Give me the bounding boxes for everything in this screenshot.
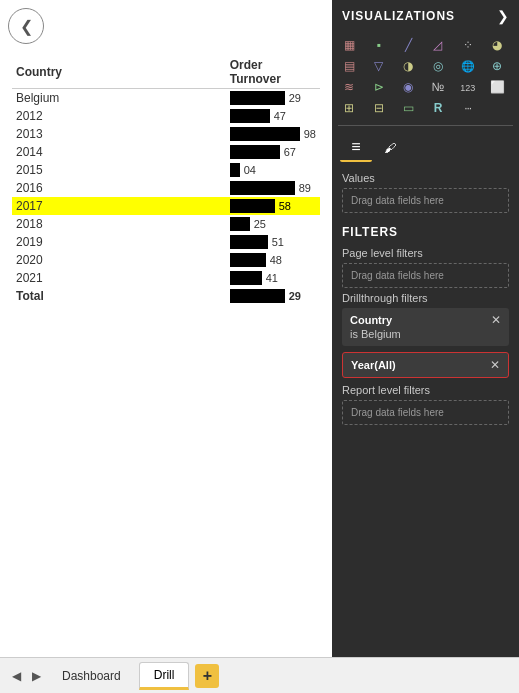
year-filter-card: Year(All) ✕	[342, 352, 509, 378]
123-icon[interactable]	[457, 78, 479, 96]
year-filter-header: Year(All) ✕	[351, 359, 500, 371]
line-chart-icon[interactable]	[397, 36, 419, 54]
cell-country: Total	[12, 287, 226, 305]
cell-country: 2016	[12, 179, 226, 197]
drag-page-area[interactable]: Drag data fields here	[342, 263, 509, 288]
scatter-icon[interactable]	[457, 36, 479, 54]
cell-value: 47	[226, 107, 320, 125]
viz-icon-grid	[332, 32, 519, 121]
card-icon[interactable]	[397, 99, 419, 117]
values-section: Values Drag data fields here	[332, 166, 519, 219]
cell-value: 29	[226, 287, 320, 305]
drag-report-area[interactable]: Drag data fields here	[342, 400, 509, 425]
cell-value: 25	[226, 215, 320, 233]
cell-value: 29	[226, 89, 320, 108]
report-level-label: Report level filters	[342, 384, 509, 396]
fields-tab-icon[interactable]	[340, 134, 372, 162]
country-filter-value: is Belgium	[350, 328, 501, 340]
filter2-icon[interactable]	[368, 78, 390, 96]
cell-value: 67	[226, 143, 320, 161]
pie-chart-icon[interactable]	[486, 36, 508, 54]
cell-country: 2013	[12, 125, 226, 143]
table-row: 201504	[12, 161, 320, 179]
cell-value: 98	[226, 125, 320, 143]
year-filter-name: Year(All)	[351, 359, 396, 371]
cell-value: 51	[226, 233, 320, 251]
cell-country: 2021	[12, 269, 226, 287]
ribbon-icon[interactable]	[338, 78, 360, 96]
viz-panel-header: VISUALIZATIONS ❯	[332, 0, 519, 32]
tab-nav-right[interactable]: ▶	[26, 666, 46, 686]
drag-values-area[interactable]: Drag data fields here	[342, 188, 509, 213]
values-label: Values	[342, 172, 509, 184]
waterfall-icon[interactable]	[338, 57, 360, 75]
table-container: Country Order Turnover Belgium2920124720…	[8, 52, 324, 649]
tab-nav-left[interactable]: ◀	[6, 666, 26, 686]
filters-section: FILTERS Page level filters Drag data fie…	[332, 219, 519, 657]
country-filter-header: Country ✕	[350, 314, 501, 326]
viz-chevron-icon[interactable]: ❯	[497, 8, 509, 24]
cell-country: 2020	[12, 251, 226, 269]
bottom-tabs: ◀ ▶ Dashboard Drill +	[0, 657, 519, 693]
cell-country: 2015	[12, 161, 226, 179]
table-row: 201689	[12, 179, 320, 197]
stacked-bar-icon[interactable]	[368, 36, 390, 54]
viz-title: VISUALIZATIONS	[342, 9, 455, 23]
cell-value: 58	[226, 197, 320, 215]
viz-tab-icons	[332, 130, 519, 166]
r-icon[interactable]	[427, 99, 449, 117]
back-button[interactable]: ❮	[8, 8, 44, 44]
table-row: 201758	[12, 197, 320, 215]
grid-icon[interactable]	[338, 99, 360, 117]
donut-icon[interactable]	[427, 57, 449, 75]
data-table: Country Order Turnover Belgium2920124720…	[12, 56, 320, 305]
add-tab-button[interactable]: +	[195, 664, 219, 688]
filters-title: FILTERS	[342, 225, 509, 239]
map-icon[interactable]	[486, 57, 508, 75]
tab-drill[interactable]: Drill	[139, 662, 190, 690]
country-filter-close[interactable]: ✕	[491, 314, 501, 326]
cell-country: 2017	[12, 197, 226, 215]
cell-country: 2018	[12, 215, 226, 233]
main-area: ❮ Country Order Turnover Belgium29201247…	[0, 0, 519, 657]
cell-value: 48	[226, 251, 320, 269]
table-row: 201825	[12, 215, 320, 233]
cell-value: 41	[226, 269, 320, 287]
table-body: Belgium292012472013982014672015042016892…	[12, 89, 320, 306]
drillthrough-label: Drillthrough filters	[342, 292, 509, 304]
more-icon[interactable]	[457, 99, 479, 117]
cell-country: 2014	[12, 143, 226, 161]
funnel-icon[interactable]	[368, 57, 390, 75]
table-row: 202048	[12, 251, 320, 269]
page-level-label: Page level filters	[342, 247, 509, 259]
country-filter-name: Country	[350, 314, 392, 326]
viz-panel: VISUALIZATIONS ❯	[332, 0, 519, 657]
cell-value: 04	[226, 161, 320, 179]
year-filter-close[interactable]: ✕	[490, 359, 500, 371]
kpi-icon[interactable]	[427, 78, 449, 96]
globe-icon[interactable]	[457, 57, 479, 75]
format-tab-icon[interactable]	[374, 134, 406, 162]
country-filter-card: Country ✕ is Belgium	[342, 308, 509, 346]
cell-country: 2012	[12, 107, 226, 125]
col-country-header: Country	[12, 56, 226, 89]
table-row: 201398	[12, 125, 320, 143]
table-row: 202141	[12, 269, 320, 287]
viz-divider	[338, 125, 513, 126]
matrix-icon[interactable]	[368, 99, 390, 117]
cell-country: 2019	[12, 233, 226, 251]
col-turnover-header: Order Turnover	[226, 56, 320, 89]
tab-dashboard[interactable]: Dashboard	[48, 662, 135, 690]
cell-value: 89	[226, 179, 320, 197]
table-row: 201467	[12, 143, 320, 161]
img-icon[interactable]	[486, 78, 508, 96]
cell-country: Belgium	[12, 89, 226, 108]
bar-chart-icon[interactable]	[338, 36, 360, 54]
table-header-row: Country Order Turnover	[12, 56, 320, 89]
ring-icon[interactable]	[397, 78, 419, 96]
gauge-icon[interactable]	[397, 57, 419, 75]
area-chart-icon[interactable]	[427, 36, 449, 54]
table-row: Total29	[12, 287, 320, 305]
table-row: 201247	[12, 107, 320, 125]
report-area: ❮ Country Order Turnover Belgium29201247…	[0, 0, 332, 657]
